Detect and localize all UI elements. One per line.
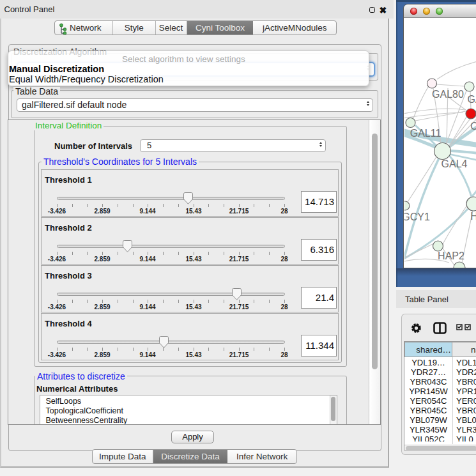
svg-text:GCY1: GCY1 — [404, 211, 430, 222]
svg-text:HAP2: HAP2 — [438, 250, 464, 261]
svg-text:H: H — [470, 211, 476, 222]
svg-text:GAL80: GAL80 — [432, 89, 464, 100]
svg-text:GAL11: GAL11 — [410, 128, 441, 139]
svg-text:GAL4: GAL4 — [441, 158, 468, 169]
svg-text:C: C — [470, 121, 476, 132]
svg-text:GA: GA — [467, 94, 476, 105]
